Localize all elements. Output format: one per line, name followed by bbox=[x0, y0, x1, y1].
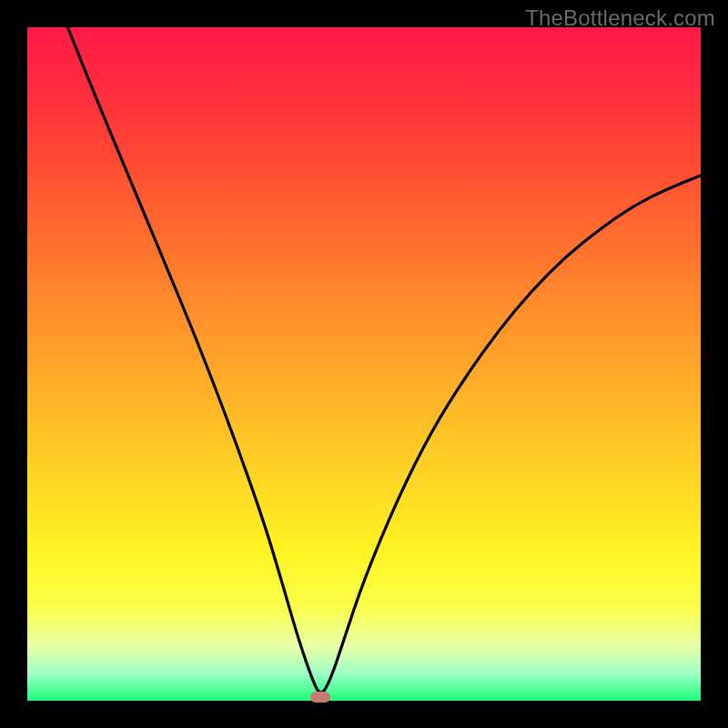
chart-frame: TheBottleneck.com bbox=[0, 0, 728, 728]
bottleneck-curve bbox=[67, 27, 701, 693]
watermark-text: TheBottleneck.com bbox=[525, 5, 715, 31]
plot-area bbox=[27, 27, 701, 701]
curve-svg bbox=[27, 27, 701, 701]
minimum-marker bbox=[310, 692, 330, 703]
